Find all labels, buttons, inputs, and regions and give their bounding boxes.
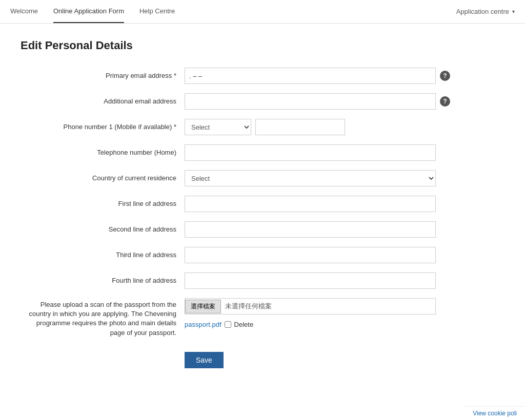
address2-input[interactable]	[185, 221, 436, 238]
telephone-home-field	[185, 144, 504, 161]
telephone-home-input[interactable]	[185, 144, 436, 161]
primary-email-label: Primary email address *	[21, 68, 185, 80]
additional-email-label: Additional email address	[21, 93, 185, 106]
address1-row: First line of address	[21, 196, 504, 212]
address4-label: Fourth line of address	[21, 272, 185, 285]
nav-app-centre[interactable]: Application centre ▾	[456, 8, 515, 15]
address2-label: Second line of address	[21, 221, 185, 234]
no-file-label: 未選擇任何檔案	[221, 302, 272, 311]
passport-upload-label: Please upload a scan of the passport fro…	[21, 298, 185, 338]
country-residence-select[interactable]: Select	[185, 170, 436, 186]
phone1-label: Phone number 1 (Mobile if available) *	[21, 119, 185, 132]
nav-online-application[interactable]: Online Application Form	[53, 0, 124, 23]
additional-email-input[interactable]	[185, 93, 436, 110]
telephone-home-row: Telephone number (Home)	[21, 144, 504, 161]
primary-email-field: . – – ?	[185, 68, 504, 84]
nav-welcome[interactable]: Welcome	[10, 0, 38, 23]
save-section: Save	[185, 347, 504, 368]
additional-email-help-icon[interactable]: ?	[440, 96, 450, 107]
file-upload-wrapper: 選擇檔案 未選擇任何檔案	[185, 298, 436, 314]
country-residence-field: Select	[185, 170, 504, 186]
chevron-down-icon: ▾	[512, 9, 515, 14]
address3-row: Third line of address	[21, 247, 504, 263]
save-button[interactable]: Save	[185, 352, 224, 368]
additional-email-row: Additional email address ?	[21, 93, 504, 110]
address4-row: Fourth line of address	[21, 272, 504, 289]
address1-label: First line of address	[21, 196, 185, 208]
address2-field	[185, 221, 504, 238]
additional-email-field: ?	[185, 93, 504, 110]
address1-field	[185, 196, 504, 212]
app-centre-label: Application centre	[456, 8, 509, 15]
telephone-home-label: Telephone number (Home)	[21, 144, 185, 157]
passport-upload-row: Please upload a scan of the passport fro…	[21, 298, 504, 338]
passport-file-link[interactable]: passport.pdf	[185, 321, 221, 328]
page-title: Edit Personal Details	[21, 39, 504, 52]
address1-input[interactable]	[185, 196, 436, 212]
main-content: Edit Personal Details Primary email addr…	[0, 24, 525, 384]
address3-field	[185, 247, 504, 263]
nav-links: Welcome Online Application Form Help Cen…	[10, 0, 456, 23]
nav-bar: Welcome Online Application Form Help Cen…	[0, 0, 525, 24]
choose-file-button[interactable]: 選擇檔案	[185, 300, 221, 313]
address3-label: Third line of address	[21, 247, 185, 260]
nav-help-centre[interactable]: Help Centre	[139, 0, 175, 23]
address2-row: Second line of address	[21, 221, 504, 238]
phone1-number-input[interactable]	[255, 119, 345, 135]
country-residence-row: Country of current residence Select	[21, 170, 504, 186]
address3-input[interactable]	[185, 247, 436, 263]
phone1-row: Phone number 1 (Mobile if available) * S…	[21, 119, 504, 135]
primary-email-row: Primary email address * . – – ?	[21, 68, 504, 84]
primary-email-value: . – –	[185, 68, 436, 84]
passport-upload-field: 選擇檔案 未選擇任何檔案 passport.pdf Delete	[185, 298, 504, 328]
address4-input[interactable]	[185, 272, 436, 289]
address4-field	[185, 272, 504, 289]
delete-checkbox[interactable]	[225, 321, 231, 328]
delete-label: Delete	[234, 321, 254, 328]
primary-email-help-icon[interactable]: ?	[440, 71, 450, 81]
country-residence-label: Country of current residence	[21, 170, 185, 183]
passport-file-row: passport.pdf Delete	[185, 321, 253, 328]
phone1-code-select[interactable]: Select	[185, 119, 251, 135]
phone1-field: Select	[185, 119, 504, 135]
